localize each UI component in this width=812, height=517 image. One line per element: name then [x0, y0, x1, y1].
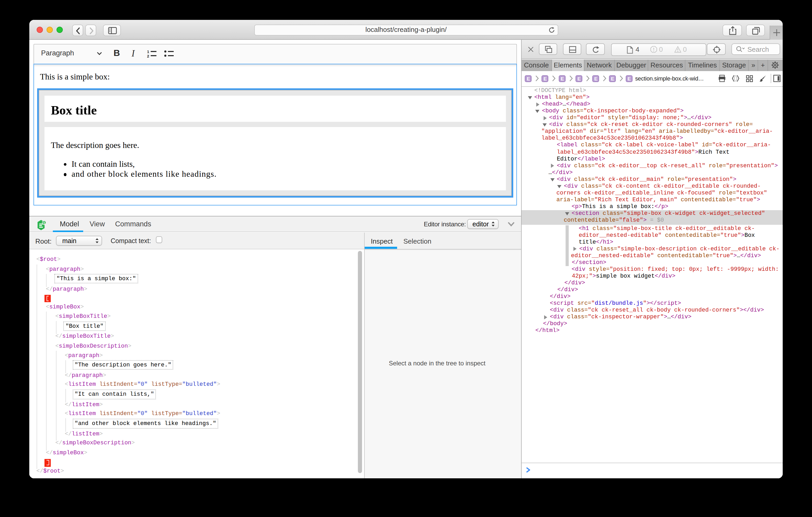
svg-text:5: 5 — [43, 221, 45, 224]
svg-text:1: 1 — [147, 50, 149, 54]
svg-text:2: 2 — [147, 54, 149, 57]
